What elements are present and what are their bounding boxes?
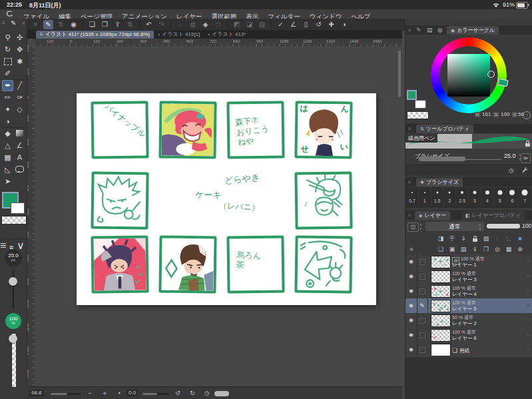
zoom-slider[interactable] <box>51 393 81 395</box>
cell-sparkle-character[interactable] <box>158 235 216 293</box>
tab-tool-property[interactable]: ⇅ツールプロパティ <box>416 125 473 133</box>
lock-transparent-pixels-icon[interactable]: ▨ <box>481 234 491 242</box>
cell-morishita[interactable]: 森下⑦おりこうねや <box>226 101 284 159</box>
rotation-value[interactable]: 0.0 <box>127 390 138 396</box>
enable-mask-icon[interactable]: ◌ <box>493 234 502 242</box>
color-mixing-tab-icon[interactable]: ✎ <box>416 27 421 33</box>
brush-size-source-button[interactable]: ≫ <box>521 153 531 163</box>
layer-grip-icon[interactable]: ≡ <box>527 254 530 269</box>
new-vector-layer-button[interactable]: ▣ <box>447 245 457 253</box>
layer-checkbox[interactable] <box>419 347 425 353</box>
free-transform-button[interactable]: ◪ <box>244 20 254 29</box>
fill-tool[interactable]: ◆ <box>2 128 13 139</box>
reference-layer-icon[interactable]: 干 <box>447 234 457 242</box>
deselect-button[interactable]: ◌ <box>175 20 185 29</box>
layer-checkbox[interactable] <box>419 288 425 294</box>
marquee-select-tool[interactable] <box>2 56 13 67</box>
layer-grip-icon[interactable]: ≡ <box>527 328 530 342</box>
move-layer-tool[interactable]: ✥ <box>14 44 25 55</box>
export-expander[interactable]: ⇅ <box>125 20 135 29</box>
eyedropper-tool[interactable]: ✐ <box>2 68 13 79</box>
rotate-canvas-tool[interactable]: ↻ <box>2 44 13 55</box>
layer-grip-icon[interactable]: ≡ <box>527 313 530 328</box>
brush-size-preset[interactable]: 5 <box>494 187 507 207</box>
rotate-ccw-button[interactable]: ↺ <box>173 389 182 397</box>
create-mask-button[interactable]: ◎ <box>493 245 502 253</box>
layer-checkbox[interactable] <box>419 259 425 265</box>
mesh-transform-button[interactable]: ▨ <box>257 20 267 29</box>
blend-spin-down-icon[interactable]: ∨ <box>479 227 481 230</box>
text-tool[interactable]: A <box>14 152 25 163</box>
pen-tool[interactable]: ✒ <box>2 80 13 91</box>
slider-menu-icon[interactable]: ≡ <box>0 240 6 251</box>
canvas-area[interactable]: パイナップル森下⑦おりこうねやはんせい♪烏ろん茶どらやきケーキ（レバニ） <box>35 47 402 386</box>
palette-dock-menu-icon[interactable]: ≡ <box>31 20 41 29</box>
brush-size-preset[interactable]: 6 <box>506 187 519 207</box>
touch-gesture-button[interactable]: ◉ <box>69 20 79 29</box>
brush-size-preset[interactable]: 4 <box>481 187 494 207</box>
sv-cursor[interactable] <box>487 71 495 78</box>
layer-row[interactable]: ◉100 % 通常レイヤー 6≡ <box>405 328 532 343</box>
layer-row[interactable]: ◉▨100 % 通常レイヤー 1≡ <box>405 254 532 270</box>
layer-thumbnail[interactable] <box>431 285 451 298</box>
scale-rotate-button[interactable]: ◩ <box>232 20 242 29</box>
brush-size-preset[interactable]: 2.5 <box>456 187 469 207</box>
cell-duo-sketch[interactable]: ♪ <box>294 171 352 229</box>
delete-layer-button[interactable]: ⊗ <box>515 245 525 253</box>
clip-studio-logo-icon[interactable] <box>5 10 13 19</box>
material-palette-button[interactable]: ▯ <box>301 20 311 29</box>
decoration-tool[interactable]: ✦ <box>2 104 13 115</box>
eraser-tool[interactable]: ◇ <box>14 104 25 115</box>
figure-tool[interactable]: △ <box>2 140 13 151</box>
invert-selection-button[interactable]: ◈ <box>200 20 210 29</box>
gradient-tool[interactable] <box>14 128 25 139</box>
ruler-range-icon[interactable]: ◺ <box>504 234 513 242</box>
layer-row[interactable]: ◉50 % 通常レイヤー 2≡ <box>405 313 532 328</box>
foreground-color-swatch[interactable] <box>407 90 417 100</box>
transfer-down-button[interactable]: ⇓ <box>470 245 479 253</box>
balloon-tool[interactable] <box>14 164 25 175</box>
color-set-tab-icon[interactable]: ▤ <box>427 27 433 33</box>
auto-select-tool[interactable]: ✱ <box>14 56 25 67</box>
brush-size-slider-knob[interactable] <box>9 277 17 286</box>
brush-size-slider-track[interactable] <box>13 270 14 309</box>
opacity-badge[interactable]: 100 % <box>5 313 21 329</box>
snap-to-ruler-button[interactable]: ✓ <box>276 20 286 29</box>
brush-tool[interactable]: ✏ <box>2 92 13 103</box>
layer-checkbox[interactable] <box>419 274 425 280</box>
canvas-horizontal-scrollbar[interactable] <box>214 391 229 396</box>
layer-checkbox[interactable] <box>419 318 425 324</box>
brush-size-preset[interactable]: 2 <box>443 187 456 207</box>
reselect-button[interactable]: ◍ <box>188 20 198 29</box>
layer-row[interactable]: ◉✎100 % 通常レイヤー 5≡ <box>405 298 532 314</box>
pencil-tool[interactable]: ╱ <box>14 80 25 91</box>
combine-spin-down-icon[interactable]: ∨ <box>419 227 422 230</box>
blend-mode-select[interactable]: 通常 <box>425 222 484 231</box>
layer-visible-eye-icon[interactable]: ◉ <box>405 313 417 328</box>
operation-tool[interactable]: ➤ <box>2 176 13 187</box>
undo-button[interactable]: ↶ <box>144 20 154 29</box>
tab-layer[interactable]: ◈レイヤー <box>415 211 450 220</box>
hand-tool[interactable]: ✣ <box>14 32 25 43</box>
layer-grip-icon[interactable]: ≡ <box>527 284 530 298</box>
cell-suit-character[interactable] <box>91 235 148 293</box>
palette-menu-icon[interactable]: ≡ <box>2 20 5 26</box>
brush-size-preset[interactable]: 3 <box>469 187 481 207</box>
layer-visible-eye-icon[interactable]: ◉ <box>405 284 417 298</box>
airbrush-tool[interactable]: ✑ <box>14 92 25 103</box>
quick-access-add-button[interactable]: ✚ <box>326 20 336 29</box>
document-tab[interactable]: •イラスト 415[1] <box>154 31 204 39</box>
subtool-detail-icon[interactable] <box>520 167 529 175</box>
snap-to-special-ruler-button[interactable]: ∠ <box>288 20 298 29</box>
layer-row[interactable]: ◉100 % 通常レイヤー 3≡ <box>405 269 532 284</box>
reset-view-button[interactable]: ◷ <box>202 389 212 397</box>
document-page[interactable]: パイナップル森下⑦おりこうねやはんせい♪烏ろん茶どらやきケーキ（レバニ） <box>77 93 376 305</box>
line-correct-tool[interactable]: ◺ <box>2 164 13 175</box>
new-canvas-button[interactable]: ❏ <box>87 20 97 29</box>
tool-switch-button[interactable]: ✎ <box>43 20 53 29</box>
layer-panel-menu-icon[interactable]: ≡ <box>408 212 411 218</box>
background-color-swatch[interactable] <box>11 202 25 214</box>
cell-grumpy-sketch[interactable] <box>91 171 148 229</box>
layer-color-icon[interactable]: ■ <box>515 234 525 242</box>
palette-color-display-icon[interactable]: ◫ <box>407 222 419 232</box>
